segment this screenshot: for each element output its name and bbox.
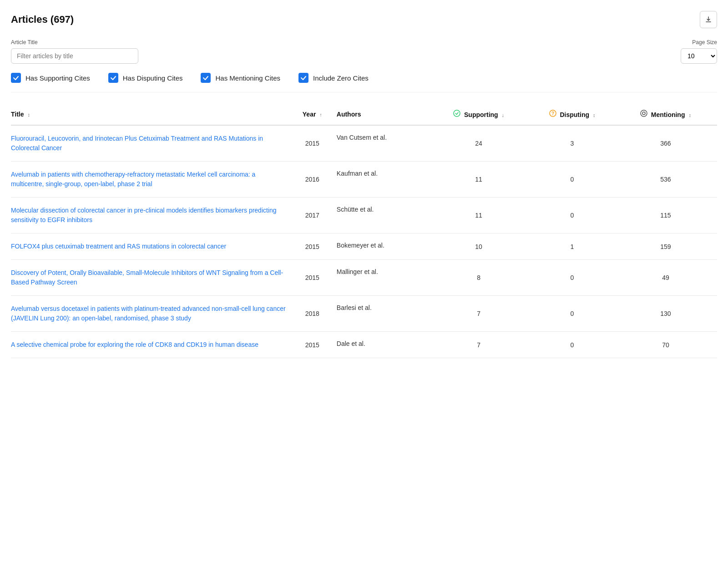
filter-group: Article Title	[11, 39, 138, 64]
cell-disputing: 1	[530, 233, 620, 260]
page-title: Articles (697)	[11, 14, 74, 25]
cell-title: Discovery of Potent, Orally Bioavailable…	[11, 260, 293, 296]
col-mentioning[interactable]: Mentioning ↕	[620, 105, 717, 125]
cell-disputing: 0	[530, 296, 620, 332]
cell-year: 2015	[293, 233, 337, 260]
checkmark-icon	[300, 75, 307, 81]
checkbox-box-zero	[298, 73, 308, 83]
cell-authors: Dale et al.	[337, 332, 433, 358]
filter-label: Article Title	[11, 39, 138, 46]
cell-title: A selective chemical probe for exploring…	[11, 332, 293, 358]
page-size-group: Page Size 10 25 50 100	[681, 39, 717, 64]
checkbox-label-disputing: Has Disputing Cites	[123, 74, 183, 82]
page-size-label: Page Size	[692, 39, 717, 46]
cell-mentioning: 115	[620, 198, 717, 233]
article-title-link[interactable]: A selective chemical probe for exploring…	[11, 341, 258, 348]
cell-year: 2018	[293, 296, 337, 332]
cell-authors: Barlesi et al.	[337, 296, 433, 332]
checkmark-icon	[13, 75, 19, 81]
table-row: Avelumab versus docetaxel in patients wi…	[11, 296, 717, 332]
cell-title: Fluorouracil, Leucovorin, and Irinotecan…	[11, 125, 293, 162]
cell-supporting: 11	[433, 162, 530, 198]
checkboxes-row: Has Supporting Cites Has Disputing Cites…	[11, 73, 717, 92]
cell-year: 2017	[293, 198, 337, 233]
mentioning-col-icon	[640, 110, 647, 118]
supporting-col-icon	[453, 110, 460, 118]
checkbox-has-disputing[interactable]: Has Disputing Cites	[108, 73, 183, 83]
cell-disputing: 3	[530, 125, 620, 162]
download-icon	[705, 16, 712, 23]
page-header: Articles (697)	[11, 11, 717, 28]
sort-icon-supporting: ↓	[502, 112, 505, 118]
checkbox-has-mentioning[interactable]: Has Mentioning Cites	[201, 73, 280, 83]
table-row: Molecular dissection of colorectal cance…	[11, 198, 717, 233]
article-title-link[interactable]: Fluorouracil, Leucovorin, and Irinotecan…	[11, 135, 263, 152]
cell-mentioning: 130	[620, 296, 717, 332]
checkbox-box-mentioning	[201, 73, 211, 83]
cell-mentioning: 70	[620, 332, 717, 358]
table-body: Fluorouracil, Leucovorin, and Irinotecan…	[11, 125, 717, 358]
col-year[interactable]: Year ↑	[293, 105, 337, 125]
sort-icon-year: ↑	[319, 112, 322, 117]
article-title-link[interactable]: FOLFOX4 plus cetuximab treatment and RAS…	[11, 243, 226, 250]
cell-supporting: 24	[433, 125, 530, 162]
article-title-link[interactable]: Avelumab versus docetaxel in patients wi…	[11, 305, 286, 322]
col-disputing[interactable]: ? Disputing ↕	[530, 105, 620, 125]
cell-authors: Schütte et al.	[337, 198, 433, 233]
cell-supporting: 7	[433, 296, 530, 332]
cell-authors: Van Cutsem et al.	[337, 125, 433, 162]
checkbox-label-mentioning: Has Mentioning Cites	[215, 74, 280, 82]
download-button[interactable]	[700, 11, 717, 28]
cell-authors: Bokemeyer et al.	[337, 233, 433, 260]
svg-point-4	[642, 112, 645, 115]
article-title-link[interactable]: Molecular dissection of colorectal cance…	[11, 207, 277, 223]
table-row: FOLFOX4 plus cetuximab treatment and RAS…	[11, 233, 717, 260]
checkbox-has-supporting[interactable]: Has Supporting Cites	[11, 73, 90, 83]
cell-year: 2015	[293, 125, 337, 162]
cell-supporting: 7	[433, 332, 530, 358]
checkmark-icon	[110, 75, 116, 81]
col-authors: Authors	[337, 105, 433, 125]
col-title[interactable]: Title ↕	[11, 105, 293, 125]
cell-supporting: 10	[433, 233, 530, 260]
cell-title: Molecular dissection of colorectal cance…	[11, 198, 293, 233]
cell-year: 2015	[293, 260, 337, 296]
cell-title: Avelumab in patients with chemotherapy-r…	[11, 162, 293, 198]
cell-disputing: 0	[530, 332, 620, 358]
cell-mentioning: 159	[620, 233, 717, 260]
cell-year: 2016	[293, 162, 337, 198]
checkbox-box-supporting	[11, 73, 21, 83]
table-row: Discovery of Potent, Orally Bioavailable…	[11, 260, 717, 296]
articles-table: Title ↕ Year ↑ Authors Supporting ↓ ? Di…	[11, 105, 717, 358]
table-header: Title ↕ Year ↑ Authors Supporting ↓ ? Di…	[11, 105, 717, 125]
sort-icon-title: ↕	[27, 112, 30, 117]
cell-mentioning: 366	[620, 125, 717, 162]
checkmark-icon	[202, 75, 209, 81]
checkbox-include-zero[interactable]: Include Zero Cites	[298, 73, 369, 83]
cell-supporting: 8	[433, 260, 530, 296]
table-row: Fluorouracil, Leucovorin, and Irinotecan…	[11, 125, 717, 162]
sort-icon-disputing: ↕	[593, 112, 596, 118]
checkbox-label-zero: Include Zero Cites	[313, 74, 369, 82]
cell-mentioning: 536	[620, 162, 717, 198]
table-row: Avelumab in patients with chemotherapy-r…	[11, 162, 717, 198]
article-title-link[interactable]: Avelumab in patients with chemotherapy-r…	[11, 171, 255, 188]
article-title-link[interactable]: Discovery of Potent, Orally Bioavailable…	[11, 269, 283, 286]
cell-title: FOLFOX4 plus cetuximab treatment and RAS…	[11, 233, 293, 260]
col-supporting[interactable]: Supporting ↓	[433, 105, 530, 125]
articles-table-container: Title ↕ Year ↑ Authors Supporting ↓ ? Di…	[11, 105, 717, 358]
svg-point-3	[641, 110, 647, 117]
cell-authors: Kaufman et al.	[337, 162, 433, 198]
cell-supporting: 11	[433, 198, 530, 233]
title-filter-input[interactable]	[11, 48, 138, 64]
checkbox-label-supporting: Has Supporting Cites	[25, 74, 90, 82]
cell-disputing: 0	[530, 198, 620, 233]
sort-icon-mentioning: ↕	[688, 112, 691, 118]
svg-point-0	[454, 110, 460, 117]
page-size-select[interactable]: 10 25 50 100	[681, 48, 717, 64]
controls-row: Article Title Page Size 10 25 50 100	[11, 39, 717, 64]
svg-text:?: ?	[551, 111, 554, 116]
cell-authors: Mallinger et al.	[337, 260, 433, 296]
table-row: A selective chemical probe for exploring…	[11, 332, 717, 358]
cell-disputing: 0	[530, 162, 620, 198]
